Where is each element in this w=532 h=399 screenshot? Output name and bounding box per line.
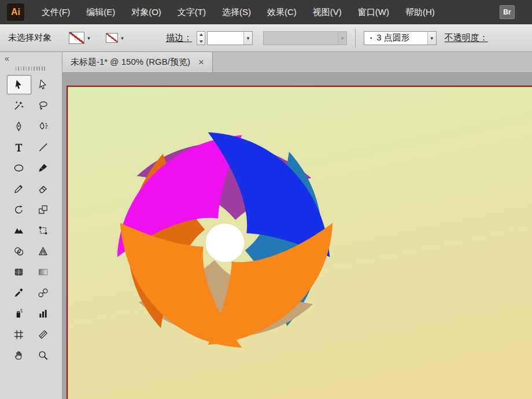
- tool-line[interactable]: [31, 138, 56, 157]
- zoom-icon: [38, 350, 49, 361]
- stroke-weight-select[interactable]: ▾: [207, 31, 253, 45]
- logo-center-hole: [206, 224, 245, 263]
- tool-ellipse[interactable]: [7, 158, 31, 178]
- stroke-color-control[interactable]: ▾: [106, 32, 127, 44]
- menu-item-window[interactable]: 窗口(W): [350, 0, 397, 24]
- tool-type[interactable]: [7, 138, 31, 157]
- fill-color-control[interactable]: ▾: [69, 32, 93, 44]
- stroke-none-swatch[interactable]: [106, 33, 118, 43]
- stroke-weight-stepper[interactable]: [197, 31, 205, 45]
- shape-builder-icon: [13, 246, 24, 257]
- tool-artboard[interactable]: [7, 325, 31, 344]
- tool-pen[interactable]: [7, 117, 31, 136]
- tool-rotate[interactable]: [7, 200, 31, 219]
- stepper-down-icon[interactable]: [197, 38, 205, 45]
- menu-item-file[interactable]: 文件(F): [34, 0, 78, 24]
- pinwheel-logo-artwork[interactable]: [112, 127, 338, 353]
- document-tab-title: 未标题-1* @ 150% (RGB/预览): [71, 57, 190, 68]
- tool-lasso[interactable]: [31, 96, 56, 115]
- tool-width[interactable]: [7, 221, 31, 240]
- tool-symbol-sprayer[interactable]: [7, 304, 31, 323]
- pen-icon: [13, 121, 24, 132]
- tool-perspective-grid[interactable]: [31, 242, 56, 261]
- pencil-icon: [13, 183, 24, 194]
- tools-panel: «: [0, 52, 62, 399]
- tool-magic-wand[interactable]: [7, 96, 31, 115]
- tool-paintbrush[interactable]: [31, 158, 56, 178]
- symbol-sprayer-icon: [13, 308, 24, 319]
- tool-pencil[interactable]: [7, 179, 31, 198]
- tool-column-graph[interactable]: [31, 304, 56, 323]
- chevron-down-icon: ▾: [338, 32, 346, 45]
- menu-item-view[interactable]: 视图(V): [305, 0, 350, 24]
- tool-gradient[interactable]: [31, 263, 56, 282]
- magic-wand-icon: [13, 100, 24, 111]
- lasso-icon: [38, 100, 49, 111]
- chevron-down-icon[interactable]: ▾: [427, 32, 436, 45]
- tool-curvature[interactable]: [31, 117, 56, 136]
- main-area: « 未标题-1* @ 150% (RGB/预览) ×: [0, 52, 532, 399]
- stepper-up-icon[interactable]: [197, 32, 205, 38]
- tool-shape-builder[interactable]: [7, 242, 31, 261]
- width-icon: [13, 225, 24, 236]
- menu-item-type[interactable]: 文字(T): [169, 0, 214, 24]
- menu-bar: Ai 文件(F)编辑(E)对象(O)文字(T)选择(S)效果(C)视图(V)窗口…: [0, 0, 532, 24]
- tool-direct-selection[interactable]: [31, 75, 56, 94]
- menu-item-effect[interactable]: 效果(C): [259, 0, 305, 24]
- drag-handle-ridges-icon: [16, 66, 47, 71]
- tool-slice[interactable]: [31, 325, 56, 344]
- document-tab-bar: 未标题-1* @ 150% (RGB/预览) ×: [62, 52, 532, 73]
- tool-eyedropper[interactable]: [7, 283, 31, 302]
- perspective-grid-icon: [38, 246, 49, 257]
- bridge-launcher-button[interactable]: Br: [500, 5, 515, 19]
- scale-icon: [38, 204, 49, 215]
- menu-item-object[interactable]: 对象(O): [123, 0, 169, 24]
- panel-drag-handle[interactable]: [0, 65, 62, 72]
- chevron-down-icon[interactable]: ▾: [118, 32, 127, 44]
- hand-icon: [13, 350, 24, 361]
- tool-scale[interactable]: [31, 200, 56, 219]
- selection-icon: [13, 79, 24, 90]
- close-tab-icon[interactable]: ×: [198, 57, 204, 67]
- type-icon: [13, 142, 24, 153]
- artboard-icon: [13, 329, 24, 340]
- variable-width-profile-select: ▾: [263, 31, 347, 45]
- blend-icon: [38, 287, 49, 298]
- tool-hand[interactable]: [7, 346, 31, 365]
- controlbar-divider: [355, 29, 356, 47]
- paintbrush-icon: [38, 162, 49, 173]
- chevron-down-icon[interactable]: ▾: [243, 32, 252, 45]
- collapse-panel-button[interactable]: «: [5, 54, 9, 63]
- tool-free-transform[interactable]: [31, 221, 56, 240]
- tool-grid: [0, 72, 62, 365]
- curvature-icon: [38, 121, 49, 132]
- opacity-label[interactable]: 不透明度：: [445, 32, 488, 43]
- document-tab[interactable]: 未标题-1* @ 150% (RGB/预览) ×: [62, 52, 213, 72]
- eyedropper-icon: [13, 287, 24, 298]
- stroke-weight-value[interactable]: [208, 32, 243, 45]
- variable-width-value: [264, 32, 338, 45]
- menu-item-edit[interactable]: 编辑(E): [78, 0, 123, 24]
- direct-selection-icon: [38, 79, 49, 90]
- canvas-workspace[interactable]: [62, 73, 532, 399]
- eraser-icon: [38, 183, 49, 194]
- app-logo-icon[interactable]: Ai: [7, 3, 24, 21]
- mesh-icon: [13, 267, 24, 278]
- column-graph-icon: [38, 308, 49, 319]
- brush-definition-select[interactable]: • 3 点圆形 ▾: [364, 31, 437, 45]
- artboard[interactable]: [66, 86, 532, 399]
- tool-blend[interactable]: [31, 283, 56, 302]
- fill-none-swatch[interactable]: [69, 32, 84, 44]
- stroke-weight-label[interactable]: 描边：: [166, 32, 192, 43]
- tool-zoom[interactable]: [31, 346, 56, 365]
- tool-mesh[interactable]: [7, 263, 31, 282]
- menu-item-select[interactable]: 选择(S): [214, 0, 259, 24]
- tool-eraser[interactable]: [31, 179, 56, 198]
- tool-selection[interactable]: [7, 75, 31, 94]
- free-transform-icon: [38, 225, 49, 236]
- document-area: 未标题-1* @ 150% (RGB/预览) ×: [62, 52, 532, 399]
- chevron-down-icon[interactable]: ▾: [84, 32, 93, 44]
- rotate-icon: [13, 204, 24, 215]
- menu-item-help[interactable]: 帮助(H): [397, 0, 443, 24]
- menu-items: 文件(F)编辑(E)对象(O)文字(T)选择(S)效果(C)视图(V)窗口(W)…: [34, 0, 443, 24]
